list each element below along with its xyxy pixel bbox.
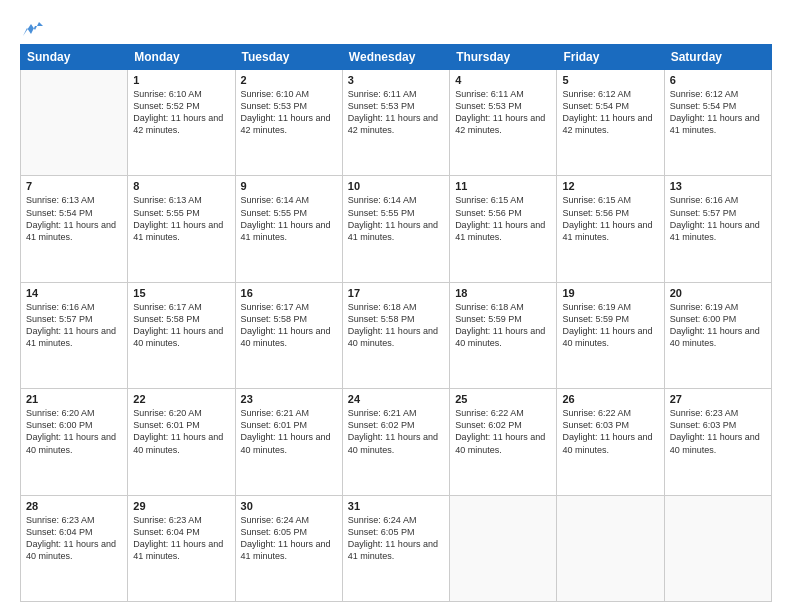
day-info: Sunrise: 6:24 AM Sunset: 6:05 PM Dayligh…: [241, 514, 337, 563]
day-number: 19: [562, 287, 658, 299]
day-info: Sunrise: 6:13 AM Sunset: 5:55 PM Dayligh…: [133, 194, 229, 243]
table-row: 2Sunrise: 6:10 AM Sunset: 5:53 PM Daylig…: [235, 70, 342, 176]
logo: [20, 20, 43, 34]
table-row: [664, 495, 771, 601]
day-number: 22: [133, 393, 229, 405]
header: [20, 20, 772, 34]
table-row: [450, 495, 557, 601]
table-row: 25Sunrise: 6:22 AM Sunset: 6:02 PM Dayli…: [450, 389, 557, 495]
day-info: Sunrise: 6:23 AM Sunset: 6:04 PM Dayligh…: [26, 514, 122, 563]
day-number: 12: [562, 180, 658, 192]
table-row: 14Sunrise: 6:16 AM Sunset: 5:57 PM Dayli…: [21, 282, 128, 388]
day-number: 14: [26, 287, 122, 299]
header-saturday: Saturday: [664, 45, 771, 70]
day-number: 7: [26, 180, 122, 192]
header-friday: Friday: [557, 45, 664, 70]
table-row: [557, 495, 664, 601]
day-number: 30: [241, 500, 337, 512]
table-row: 19Sunrise: 6:19 AM Sunset: 5:59 PM Dayli…: [557, 282, 664, 388]
table-row: 4Sunrise: 6:11 AM Sunset: 5:53 PM Daylig…: [450, 70, 557, 176]
table-row: 15Sunrise: 6:17 AM Sunset: 5:58 PM Dayli…: [128, 282, 235, 388]
day-number: 18: [455, 287, 551, 299]
day-info: Sunrise: 6:10 AM Sunset: 5:52 PM Dayligh…: [133, 88, 229, 137]
calendar-table: Sunday Monday Tuesday Wednesday Thursday…: [20, 44, 772, 602]
day-number: 5: [562, 74, 658, 86]
table-row: 6Sunrise: 6:12 AM Sunset: 5:54 PM Daylig…: [664, 70, 771, 176]
table-row: 1Sunrise: 6:10 AM Sunset: 5:52 PM Daylig…: [128, 70, 235, 176]
table-row: [21, 70, 128, 176]
day-number: 4: [455, 74, 551, 86]
day-number: 31: [348, 500, 444, 512]
day-info: Sunrise: 6:16 AM Sunset: 5:57 PM Dayligh…: [670, 194, 766, 243]
table-row: 13Sunrise: 6:16 AM Sunset: 5:57 PM Dayli…: [664, 176, 771, 282]
day-number: 27: [670, 393, 766, 405]
table-row: 12Sunrise: 6:15 AM Sunset: 5:56 PM Dayli…: [557, 176, 664, 282]
table-row: 31Sunrise: 6:24 AM Sunset: 6:05 PM Dayli…: [342, 495, 449, 601]
day-number: 6: [670, 74, 766, 86]
table-row: 30Sunrise: 6:24 AM Sunset: 6:05 PM Dayli…: [235, 495, 342, 601]
day-number: 25: [455, 393, 551, 405]
table-row: 5Sunrise: 6:12 AM Sunset: 5:54 PM Daylig…: [557, 70, 664, 176]
calendar-week-row: 7Sunrise: 6:13 AM Sunset: 5:54 PM Daylig…: [21, 176, 772, 282]
day-info: Sunrise: 6:24 AM Sunset: 6:05 PM Dayligh…: [348, 514, 444, 563]
day-number: 16: [241, 287, 337, 299]
day-info: Sunrise: 6:19 AM Sunset: 6:00 PM Dayligh…: [670, 301, 766, 350]
day-info: Sunrise: 6:17 AM Sunset: 5:58 PM Dayligh…: [241, 301, 337, 350]
day-info: Sunrise: 6:22 AM Sunset: 6:02 PM Dayligh…: [455, 407, 551, 456]
table-row: 9Sunrise: 6:14 AM Sunset: 5:55 PM Daylig…: [235, 176, 342, 282]
page: Sunday Monday Tuesday Wednesday Thursday…: [0, 0, 792, 612]
table-row: 21Sunrise: 6:20 AM Sunset: 6:00 PM Dayli…: [21, 389, 128, 495]
day-number: 26: [562, 393, 658, 405]
header-sunday: Sunday: [21, 45, 128, 70]
day-info: Sunrise: 6:12 AM Sunset: 5:54 PM Dayligh…: [562, 88, 658, 137]
calendar-week-row: 21Sunrise: 6:20 AM Sunset: 6:00 PM Dayli…: [21, 389, 772, 495]
day-number: 3: [348, 74, 444, 86]
table-row: 27Sunrise: 6:23 AM Sunset: 6:03 PM Dayli…: [664, 389, 771, 495]
day-number: 23: [241, 393, 337, 405]
calendar-week-row: 14Sunrise: 6:16 AM Sunset: 5:57 PM Dayli…: [21, 282, 772, 388]
svg-marker-0: [23, 22, 43, 36]
table-row: 16Sunrise: 6:17 AM Sunset: 5:58 PM Dayli…: [235, 282, 342, 388]
day-number: 10: [348, 180, 444, 192]
day-number: 2: [241, 74, 337, 86]
table-row: 18Sunrise: 6:18 AM Sunset: 5:59 PM Dayli…: [450, 282, 557, 388]
day-info: Sunrise: 6:18 AM Sunset: 5:59 PM Dayligh…: [455, 301, 551, 350]
day-number: 21: [26, 393, 122, 405]
day-info: Sunrise: 6:15 AM Sunset: 5:56 PM Dayligh…: [562, 194, 658, 243]
day-number: 1: [133, 74, 229, 86]
day-info: Sunrise: 6:15 AM Sunset: 5:56 PM Dayligh…: [455, 194, 551, 243]
table-row: 22Sunrise: 6:20 AM Sunset: 6:01 PM Dayli…: [128, 389, 235, 495]
day-info: Sunrise: 6:18 AM Sunset: 5:58 PM Dayligh…: [348, 301, 444, 350]
day-info: Sunrise: 6:14 AM Sunset: 5:55 PM Dayligh…: [348, 194, 444, 243]
day-number: 11: [455, 180, 551, 192]
day-info: Sunrise: 6:21 AM Sunset: 6:01 PM Dayligh…: [241, 407, 337, 456]
table-row: 28Sunrise: 6:23 AM Sunset: 6:04 PM Dayli…: [21, 495, 128, 601]
header-monday: Monday: [128, 45, 235, 70]
header-tuesday: Tuesday: [235, 45, 342, 70]
day-info: Sunrise: 6:20 AM Sunset: 6:01 PM Dayligh…: [133, 407, 229, 456]
day-number: 17: [348, 287, 444, 299]
day-info: Sunrise: 6:16 AM Sunset: 5:57 PM Dayligh…: [26, 301, 122, 350]
table-row: 26Sunrise: 6:22 AM Sunset: 6:03 PM Dayli…: [557, 389, 664, 495]
day-info: Sunrise: 6:19 AM Sunset: 5:59 PM Dayligh…: [562, 301, 658, 350]
day-number: 24: [348, 393, 444, 405]
day-info: Sunrise: 6:10 AM Sunset: 5:53 PM Dayligh…: [241, 88, 337, 137]
table-row: 11Sunrise: 6:15 AM Sunset: 5:56 PM Dayli…: [450, 176, 557, 282]
table-row: 7Sunrise: 6:13 AM Sunset: 5:54 PM Daylig…: [21, 176, 128, 282]
day-info: Sunrise: 6:14 AM Sunset: 5:55 PM Dayligh…: [241, 194, 337, 243]
day-info: Sunrise: 6:11 AM Sunset: 5:53 PM Dayligh…: [455, 88, 551, 137]
calendar-week-row: 28Sunrise: 6:23 AM Sunset: 6:04 PM Dayli…: [21, 495, 772, 601]
day-info: Sunrise: 6:23 AM Sunset: 6:03 PM Dayligh…: [670, 407, 766, 456]
table-row: 23Sunrise: 6:21 AM Sunset: 6:01 PM Dayli…: [235, 389, 342, 495]
day-info: Sunrise: 6:13 AM Sunset: 5:54 PM Dayligh…: [26, 194, 122, 243]
day-info: Sunrise: 6:11 AM Sunset: 5:53 PM Dayligh…: [348, 88, 444, 137]
day-info: Sunrise: 6:12 AM Sunset: 5:54 PM Dayligh…: [670, 88, 766, 137]
day-number: 8: [133, 180, 229, 192]
table-row: 10Sunrise: 6:14 AM Sunset: 5:55 PM Dayli…: [342, 176, 449, 282]
table-row: 24Sunrise: 6:21 AM Sunset: 6:02 PM Dayli…: [342, 389, 449, 495]
day-number: 20: [670, 287, 766, 299]
calendar-header-row: Sunday Monday Tuesday Wednesday Thursday…: [21, 45, 772, 70]
day-number: 13: [670, 180, 766, 192]
header-wednesday: Wednesday: [342, 45, 449, 70]
day-info: Sunrise: 6:21 AM Sunset: 6:02 PM Dayligh…: [348, 407, 444, 456]
